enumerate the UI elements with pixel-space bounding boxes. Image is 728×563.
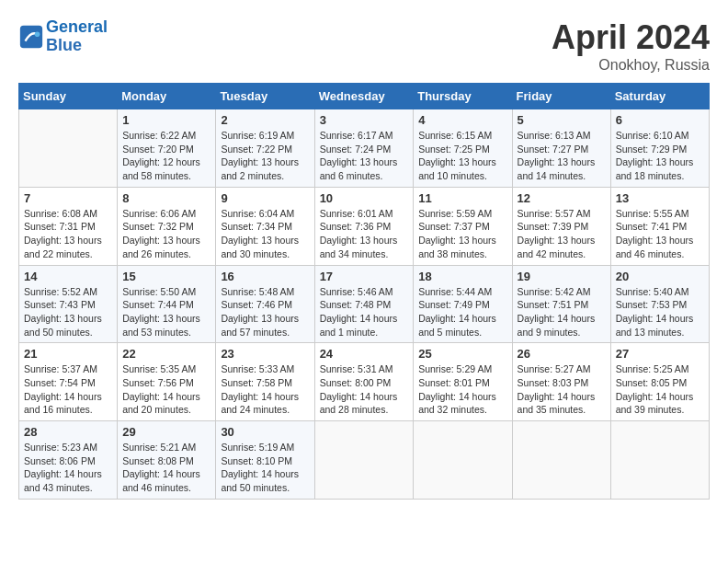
day-content: Sunrise: 6:10 AM Sunset: 7:29 PM Dayligh… xyxy=(616,129,704,183)
day-number: 25 xyxy=(418,347,506,361)
calendar-cell: 26Sunrise: 5:27 AM Sunset: 8:03 PM Dayli… xyxy=(512,343,610,421)
day-content: Sunrise: 5:57 AM Sunset: 7:39 PM Dayligh… xyxy=(518,207,606,261)
calendar-cell: 23Sunrise: 5:33 AM Sunset: 7:58 PM Dayli… xyxy=(216,343,314,421)
day-content: Sunrise: 6:19 AM Sunset: 7:22 PM Dayligh… xyxy=(221,129,309,183)
svg-point-1 xyxy=(35,31,40,37)
title-block: April 2024 Onokhoy, Russia xyxy=(552,18,710,74)
calendar-cell: 1Sunrise: 6:22 AM Sunset: 7:20 PM Daylig… xyxy=(118,109,216,188)
logo: General Blue xyxy=(18,18,108,55)
day-content: Sunrise: 5:55 AM Sunset: 7:41 PM Dayligh… xyxy=(616,207,704,261)
calendar-cell: 7Sunrise: 6:08 AM Sunset: 7:31 PM Daylig… xyxy=(19,187,118,265)
day-number: 15 xyxy=(122,270,210,283)
col-friday: Friday xyxy=(512,84,610,109)
calendar-cell: 2Sunrise: 6:19 AM Sunset: 7:22 PM Daylig… xyxy=(216,109,314,188)
day-content: Sunrise: 5:21 AM Sunset: 8:08 PM Dayligh… xyxy=(122,441,210,495)
day-content: Sunrise: 5:27 AM Sunset: 8:03 PM Dayligh… xyxy=(518,362,606,417)
col-monday: Monday xyxy=(118,84,216,109)
day-number: 10 xyxy=(320,191,409,205)
col-saturday: Saturday xyxy=(610,84,709,109)
calendar-week-row: 21Sunrise: 5:37 AM Sunset: 7:54 PM Dayli… xyxy=(19,343,710,421)
month-title: April 2024 xyxy=(552,18,710,57)
calendar-cell: 22Sunrise: 5:35 AM Sunset: 7:56 PM Dayli… xyxy=(118,343,216,421)
day-number: 9 xyxy=(221,191,309,205)
calendar-cell: 8Sunrise: 6:06 AM Sunset: 7:32 PM Daylig… xyxy=(118,187,216,265)
day-content: Sunrise: 5:19 AM Sunset: 8:10 PM Dayligh… xyxy=(221,441,309,495)
day-number: 19 xyxy=(518,270,606,283)
day-content: Sunrise: 6:22 AM Sunset: 7:20 PM Dayligh… xyxy=(122,129,210,183)
calendar-week-row: 14Sunrise: 5:52 AM Sunset: 7:43 PM Dayli… xyxy=(19,265,710,343)
day-content: Sunrise: 6:17 AM Sunset: 7:24 PM Dayligh… xyxy=(320,129,409,183)
calendar-week-row: 28Sunrise: 5:23 AM Sunset: 8:06 PM Dayli… xyxy=(19,421,710,500)
calendar-cell: 5Sunrise: 6:13 AM Sunset: 7:27 PM Daylig… xyxy=(512,109,610,188)
calendar-cell xyxy=(610,421,709,500)
calendar-cell: 30Sunrise: 5:19 AM Sunset: 8:10 PM Dayli… xyxy=(216,421,314,500)
calendar-cell: 12Sunrise: 5:57 AM Sunset: 7:39 PM Dayli… xyxy=(512,187,610,265)
calendar-cell: 10Sunrise: 6:01 AM Sunset: 7:36 PM Dayli… xyxy=(314,187,414,265)
location-title: Onokhoy, Russia xyxy=(552,57,710,74)
calendar-cell: 19Sunrise: 5:42 AM Sunset: 7:51 PM Dayli… xyxy=(512,265,610,343)
day-content: Sunrise: 5:59 AM Sunset: 7:37 PM Dayligh… xyxy=(418,207,506,261)
day-number: 2 xyxy=(221,113,309,127)
calendar-cell: 28Sunrise: 5:23 AM Sunset: 8:06 PM Dayli… xyxy=(19,421,118,500)
day-number: 13 xyxy=(616,191,704,205)
day-content: Sunrise: 5:23 AM Sunset: 8:06 PM Dayligh… xyxy=(24,441,112,495)
col-tuesday: Tuesday xyxy=(216,84,314,109)
day-number: 1 xyxy=(122,113,210,127)
calendar-cell: 17Sunrise: 5:46 AM Sunset: 7:48 PM Dayli… xyxy=(314,265,414,343)
day-content: Sunrise: 6:13 AM Sunset: 7:27 PM Dayligh… xyxy=(518,129,606,183)
day-content: Sunrise: 5:29 AM Sunset: 8:01 PM Dayligh… xyxy=(418,362,506,417)
day-number: 5 xyxy=(518,113,606,127)
calendar-cell: 3Sunrise: 6:17 AM Sunset: 7:24 PM Daylig… xyxy=(314,109,414,188)
day-number: 30 xyxy=(221,425,309,439)
day-content: Sunrise: 6:01 AM Sunset: 7:36 PM Dayligh… xyxy=(320,207,409,261)
day-number: 23 xyxy=(221,347,309,361)
day-content: Sunrise: 6:08 AM Sunset: 7:31 PM Dayligh… xyxy=(24,207,112,261)
day-number: 28 xyxy=(24,425,112,439)
day-content: Sunrise: 5:46 AM Sunset: 7:48 PM Dayligh… xyxy=(320,285,409,339)
logo-text: General Blue xyxy=(46,18,108,55)
calendar-cell: 16Sunrise: 5:48 AM Sunset: 7:46 PM Dayli… xyxy=(216,265,314,343)
calendar-cell xyxy=(512,421,610,500)
calendar-cell xyxy=(19,109,118,188)
calendar-cell: 29Sunrise: 5:21 AM Sunset: 8:08 PM Dayli… xyxy=(118,421,216,500)
calendar-cell: 25Sunrise: 5:29 AM Sunset: 8:01 PM Dayli… xyxy=(414,343,512,421)
calendar-week-row: 1Sunrise: 6:22 AM Sunset: 7:20 PM Daylig… xyxy=(19,109,710,188)
calendar-header-row: Sunday Monday Tuesday Wednesday Thursday… xyxy=(19,84,710,109)
calendar-cell: 13Sunrise: 5:55 AM Sunset: 7:41 PM Dayli… xyxy=(610,187,709,265)
logo-icon xyxy=(18,24,44,50)
day-content: Sunrise: 5:33 AM Sunset: 7:58 PM Dayligh… xyxy=(221,362,309,417)
day-content: Sunrise: 5:31 AM Sunset: 8:00 PM Dayligh… xyxy=(320,362,409,417)
day-number: 11 xyxy=(418,191,506,205)
day-content: Sunrise: 5:48 AM Sunset: 7:46 PM Dayligh… xyxy=(221,285,309,339)
day-number: 29 xyxy=(122,425,210,439)
day-content: Sunrise: 5:35 AM Sunset: 7:56 PM Dayligh… xyxy=(122,362,210,417)
day-number: 16 xyxy=(221,270,309,283)
day-number: 12 xyxy=(518,191,606,205)
day-number: 3 xyxy=(320,113,409,127)
page-header: General Blue April 2024 Onokhoy, Russia xyxy=(18,18,710,74)
calendar-week-row: 7Sunrise: 6:08 AM Sunset: 7:31 PM Daylig… xyxy=(19,187,710,265)
day-content: Sunrise: 5:42 AM Sunset: 7:51 PM Dayligh… xyxy=(518,285,606,339)
svg-rect-0 xyxy=(20,26,42,48)
day-content: Sunrise: 5:50 AM Sunset: 7:44 PM Dayligh… xyxy=(122,285,210,339)
day-number: 22 xyxy=(122,347,210,361)
calendar-cell: 18Sunrise: 5:44 AM Sunset: 7:49 PM Dayli… xyxy=(414,265,512,343)
day-number: 26 xyxy=(518,347,606,361)
day-content: Sunrise: 5:52 AM Sunset: 7:43 PM Dayligh… xyxy=(24,285,112,339)
calendar-cell: 15Sunrise: 5:50 AM Sunset: 7:44 PM Dayli… xyxy=(118,265,216,343)
day-number: 18 xyxy=(418,270,506,283)
calendar-cell xyxy=(314,421,414,500)
day-content: Sunrise: 6:15 AM Sunset: 7:25 PM Dayligh… xyxy=(418,129,506,183)
calendar-cell: 24Sunrise: 5:31 AM Sunset: 8:00 PM Dayli… xyxy=(314,343,414,421)
col-wednesday: Wednesday xyxy=(314,84,414,109)
day-content: Sunrise: 6:04 AM Sunset: 7:34 PM Dayligh… xyxy=(221,207,309,261)
calendar-cell: 6Sunrise: 6:10 AM Sunset: 7:29 PM Daylig… xyxy=(610,109,709,188)
day-number: 4 xyxy=(418,113,506,127)
calendar-table: Sunday Monday Tuesday Wednesday Thursday… xyxy=(18,83,710,500)
day-number: 20 xyxy=(616,270,704,283)
col-sunday: Sunday xyxy=(19,84,118,109)
day-number: 24 xyxy=(320,347,409,361)
calendar-cell: 11Sunrise: 5:59 AM Sunset: 7:37 PM Dayli… xyxy=(414,187,512,265)
day-number: 27 xyxy=(616,347,704,361)
day-content: Sunrise: 5:40 AM Sunset: 7:53 PM Dayligh… xyxy=(616,285,704,339)
